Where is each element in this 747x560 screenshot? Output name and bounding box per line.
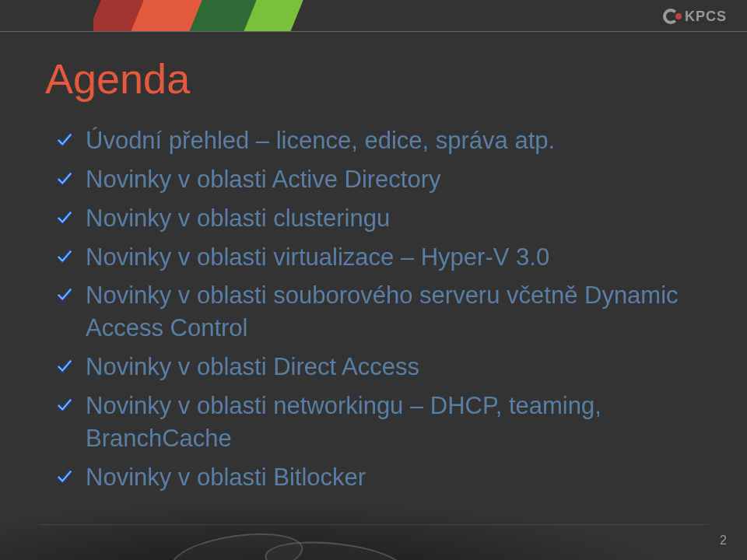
list-item-text: Novinky v oblasti clusteringu bbox=[86, 202, 693, 235]
list-item: Novinky v oblasti networkingu – DHCP, te… bbox=[56, 390, 693, 455]
list-item-text: Úvodní přehled – licence, edice, správa … bbox=[86, 124, 693, 157]
list-item-text: Novinky v oblasti Bitlocker bbox=[86, 461, 693, 494]
list-item: Novinky v oblasti Active Directory bbox=[56, 163, 693, 196]
list-item: Úvodní přehled – licence, edice, správa … bbox=[56, 124, 693, 157]
checkmark-icon bbox=[56, 357, 75, 376]
checkmark-icon bbox=[56, 467, 75, 486]
list-item: Novinky v oblasti clusteringu bbox=[56, 202, 693, 235]
checkmark-icon bbox=[56, 131, 75, 149]
list-item-text: Novinky v oblasti Active Directory bbox=[86, 163, 693, 196]
logo-mark-icon bbox=[663, 8, 680, 25]
header-stripes bbox=[93, 0, 428, 31]
checkmark-icon bbox=[56, 170, 75, 188]
checkmark-icon bbox=[56, 208, 75, 227]
list-item-text: Novinky v oblasti virtualizace – Hyper-V… bbox=[86, 241, 693, 274]
checkmark-icon bbox=[56, 247, 75, 266]
checkmark-icon bbox=[56, 285, 75, 304]
list-item-text: Novinky v oblasti networkingu – DHCP, te… bbox=[86, 390, 693, 455]
slide-title: Agenda bbox=[45, 54, 190, 103]
header-divider bbox=[0, 31, 747, 32]
list-item-text: Novinky v oblasti Direct Access bbox=[86, 351, 693, 383]
checkmark-icon bbox=[56, 396, 75, 415]
list-item: Novinky v oblasti souborového serveru vč… bbox=[56, 279, 693, 345]
list-item: Novinky v oblasti Bitlocker bbox=[56, 461, 693, 494]
slide: KPCS Agenda Úvodní přehled – licence, ed… bbox=[0, 0, 747, 560]
floor-line-decoration bbox=[39, 524, 708, 525]
logo: KPCS bbox=[663, 8, 727, 25]
logo-text: KPCS bbox=[685, 9, 727, 25]
list-item: Novinky v oblasti Direct Access bbox=[56, 351, 693, 383]
bullet-list: Úvodní přehled – licence, edice, správa … bbox=[56, 124, 693, 499]
list-item: Novinky v oblasti virtualizace – Hyper-V… bbox=[56, 241, 693, 274]
list-item-text: Novinky v oblasti souborového serveru vč… bbox=[86, 279, 693, 345]
bottom-arcs-decoration bbox=[171, 535, 405, 560]
